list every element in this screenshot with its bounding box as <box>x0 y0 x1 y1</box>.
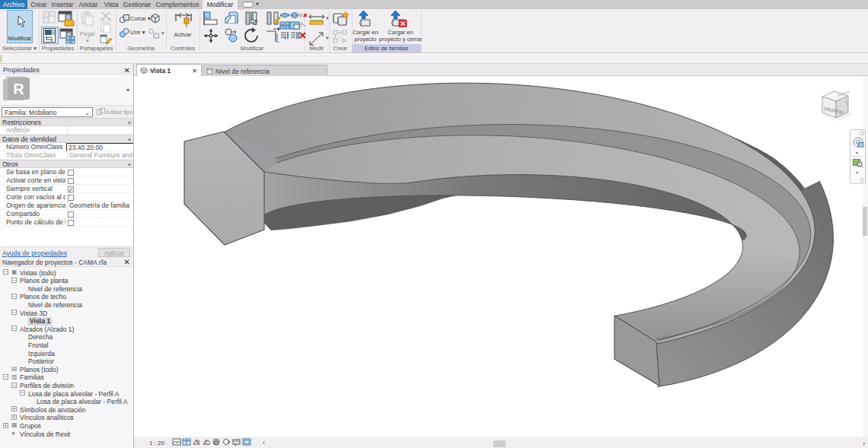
svg-text:R: R <box>13 81 24 97</box>
